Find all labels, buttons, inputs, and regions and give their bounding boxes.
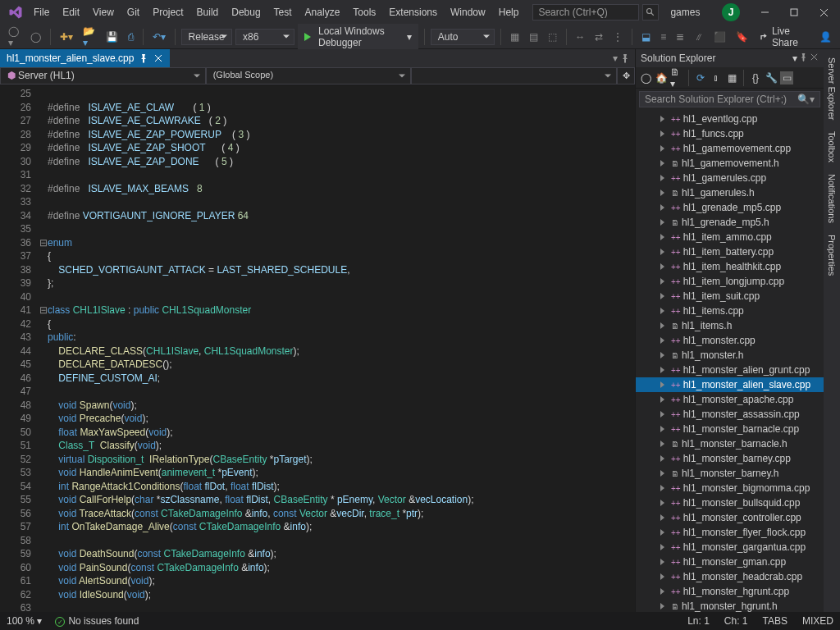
maximize-button[interactable] xyxy=(781,2,807,22)
se-item-hl1_monster_assassin.cpp[interactable]: ++hl1_monster_assassin.cpp xyxy=(636,407,824,422)
se-back-icon[interactable]: ◯ xyxy=(639,71,652,84)
avatar[interactable]: J xyxy=(722,3,740,21)
se-item-hl1_funcs.cpp[interactable]: ++hl1_funcs.cpp xyxy=(636,126,824,141)
member-context-dropdown[interactable] xyxy=(411,67,617,84)
se-item-hl1_monster_alien_slave.cpp[interactable]: ++hl1_monster_alien_slave.cpp xyxy=(636,377,824,392)
liveshare-button[interactable]: Live Share xyxy=(755,24,813,50)
se-showall-icon[interactable]: ▦ xyxy=(725,71,738,84)
menu-view[interactable]: View xyxy=(87,3,120,21)
se-item-hl1_gamerules.cpp[interactable]: ++hl1_gamerules.cpp xyxy=(636,171,824,185)
se-item-hl1_item_ammo.cpp[interactable]: ++hl1_item_ammo.cpp xyxy=(636,230,824,244)
menu-tools[interactable]: Tools xyxy=(347,3,381,21)
menu-analyze[interactable]: Analyze xyxy=(299,3,346,21)
pin-icon[interactable] xyxy=(139,53,148,63)
forward-button[interactable]: ◯ xyxy=(27,30,44,44)
se-item-hl1_gamemovement.h[interactable]: 🗎hl1_gamemovement.h xyxy=(636,156,824,171)
menu-git[interactable]: Git xyxy=(121,3,145,21)
se-item-hl1_monster_hgrunt.cpp[interactable]: ++hl1_monster_hgrunt.cpp xyxy=(636,584,824,599)
close-panel-icon[interactable] xyxy=(810,52,819,62)
menu-window[interactable]: Window xyxy=(445,3,491,21)
save-button[interactable]: 💾 xyxy=(103,30,121,44)
col-indicator[interactable]: Ch: 1 xyxy=(724,615,748,627)
panel-menu-icon[interactable]: ▾ xyxy=(792,52,797,64)
se-item-hl1_monster_barnacle.cpp[interactable]: ++hl1_monster_barnacle.cpp xyxy=(636,422,824,436)
toolbar-icon-5[interactable]: ⇄ xyxy=(591,30,606,44)
se-item-hl1_gamerules.h[interactable]: 🗎hl1_gamerules.h xyxy=(636,185,824,200)
rail-toolbox[interactable]: Toolbox xyxy=(827,131,837,162)
zoom-level[interactable]: 100 % ▾ xyxy=(7,615,42,627)
se-code-icon[interactable]: {} xyxy=(749,71,762,84)
lineending-indicator[interactable]: MIXED xyxy=(802,615,833,627)
se-item-hl1_monster_gargantua.cpp[interactable]: ++hl1_monster_gargantua.cpp xyxy=(636,540,824,555)
se-props-icon[interactable]: 🔧 xyxy=(765,71,778,84)
minimize-button[interactable] xyxy=(751,2,778,22)
new-item-button[interactable]: ✚▾ xyxy=(57,30,76,44)
se-item-hl1_item_healthkit.cpp[interactable]: ++hl1_item_healthkit.cpp xyxy=(636,259,824,274)
issues-status[interactable]: ✓No issues found xyxy=(55,615,139,628)
menu-build[interactable]: Build xyxy=(191,3,225,21)
toolbar-icon-10[interactable]: ⫽ xyxy=(691,30,707,44)
se-item-hl1_items.h[interactable]: 🗎hl1_items.h xyxy=(636,318,824,333)
se-item-hl1_eventlog.cpp[interactable]: ++hl1_eventlog.cpp xyxy=(636,112,824,126)
se-item-hl1_monster_hgrunt.h[interactable]: 🗎hl1_monster_hgrunt.h xyxy=(636,599,824,612)
se-item-hl1_monster_controller.cpp[interactable]: ++hl1_monster_controller.cpp xyxy=(636,510,824,525)
se-item-hl1_item_battery.cpp[interactable]: ++hl1_item_battery.cpp xyxy=(636,244,824,259)
se-sync-icon[interactable]: ⟳ xyxy=(694,71,707,84)
se-item-hl1_monster_apache.cpp[interactable]: ++hl1_monster_apache.cpp xyxy=(636,392,824,407)
tabs-indicator[interactable]: TABS xyxy=(763,615,788,627)
back-button[interactable]: ◯​▾ xyxy=(5,24,24,50)
platform-dropdown[interactable]: x86 xyxy=(235,29,294,45)
split-icon[interactable]: ✥ xyxy=(617,67,635,84)
se-item-hl1_monster_bullsquid.cpp[interactable]: ++hl1_monster_bullsquid.cpp xyxy=(636,495,824,510)
open-button[interactable]: 📂▾ xyxy=(80,24,99,50)
run-debugger-button[interactable]: Local Windows Debugger▾ xyxy=(298,24,418,50)
toolbar-icon-6[interactable]: ⋮ xyxy=(609,30,626,44)
se-item-hl1_monster_barnacle.h[interactable]: 🗎hl1_monster_barnacle.h xyxy=(636,436,824,451)
file-tab-active[interactable]: hl1_monster_alien_slave.cpp xyxy=(0,49,170,67)
rail-server-explorer[interactable]: Server Explorer xyxy=(827,57,837,120)
save-all-button[interactable]: ⎙ xyxy=(125,30,137,44)
admin-icon[interactable]: 👤 xyxy=(816,30,835,44)
line-indicator[interactable]: Ln: 1 xyxy=(687,615,710,627)
pin-panel-icon[interactable] xyxy=(620,53,630,63)
toolbar-icon-4[interactable]: ↔ xyxy=(572,30,588,44)
rail-notifications[interactable]: Notifications xyxy=(827,174,837,223)
se-item-hl1_grenade_mp5.h[interactable]: 🗎hl1_grenade_mp5.h xyxy=(636,215,824,230)
toolbar-icon-11[interactable]: ⬛ xyxy=(710,30,729,44)
project-context-dropdown[interactable]: ⬢ Server (HL1) xyxy=(0,67,206,84)
menu-file[interactable]: File xyxy=(28,3,55,21)
process-dropdown[interactable]: Auto xyxy=(431,29,495,45)
toolbar-icon-7[interactable]: ⬓ xyxy=(638,30,654,44)
menu-edit[interactable]: Edit xyxy=(57,3,85,21)
solution-explorer-header[interactable]: Solution Explorer ▾ xyxy=(636,49,824,67)
se-item-hl1_item_longjump.cpp[interactable]: ++hl1_item_longjump.cpp xyxy=(636,274,824,289)
se-item-hl1_item_suit.cpp[interactable]: ++hl1_item_suit.cpp xyxy=(636,289,824,304)
se-item-hl1_items.cpp[interactable]: ++hl1_items.cpp xyxy=(636,304,824,318)
se-item-hl1_monster_barney.h[interactable]: 🗎hl1_monster_barney.h xyxy=(636,466,824,481)
scope-context-dropdown[interactable]: (Global Scope) xyxy=(206,67,412,84)
menu-debug[interactable]: Debug xyxy=(226,3,266,21)
menu-project[interactable]: Project xyxy=(147,3,189,21)
se-preview-icon[interactable]: ▭ xyxy=(780,71,793,84)
bookmark-icon[interactable]: 🔖 xyxy=(733,30,751,44)
menu-help[interactable]: Help xyxy=(493,3,525,21)
toolbar-icon-2[interactable]: ▤ xyxy=(526,30,541,44)
se-item-hl1_monster.cpp[interactable]: ++hl1_monster.cpp xyxy=(636,333,824,348)
se-item-hl1_monster_headcrab.cpp[interactable]: ++hl1_monster_headcrab.cpp xyxy=(636,569,824,584)
menu-extensions[interactable]: Extensions xyxy=(383,3,443,21)
se-item-hl1_monster_bigmomma.cpp[interactable]: ++hl1_monster_bigmomma.cpp xyxy=(636,481,824,495)
se-item-hl1_monster_flyer_flock.cpp[interactable]: ++hl1_monster_flyer_flock.cpp xyxy=(636,525,824,540)
search-icon[interactable] xyxy=(642,4,659,21)
se-item-hl1_gamemovement.cpp[interactable]: ++hl1_gamemovement.cpp xyxy=(636,141,824,156)
toolbar-icon-3[interactable]: ⬚ xyxy=(545,30,560,44)
se-item-hl1_monster_alien_grunt.cpp[interactable]: ++hl1_monster_alien_grunt.cpp xyxy=(636,363,824,377)
menu-test[interactable]: Test xyxy=(268,3,298,21)
rail-properties[interactable]: Properties xyxy=(827,235,837,276)
search-input[interactable]: Search (Ctrl+Q) xyxy=(532,4,639,21)
se-item-hl1_monster_barney.cpp[interactable]: ++hl1_monster_barney.cpp xyxy=(636,451,824,466)
code-editor[interactable]: 2526272829303132333435363738394041424344… xyxy=(0,85,635,612)
toolbar-icon-9[interactable]: ≣ xyxy=(673,30,687,44)
se-home-icon[interactable]: 🏠 xyxy=(655,71,668,84)
toolbar-icon-8[interactable]: ≡ xyxy=(657,30,669,44)
se-filter-icon[interactable]: ⫾ xyxy=(710,71,723,84)
